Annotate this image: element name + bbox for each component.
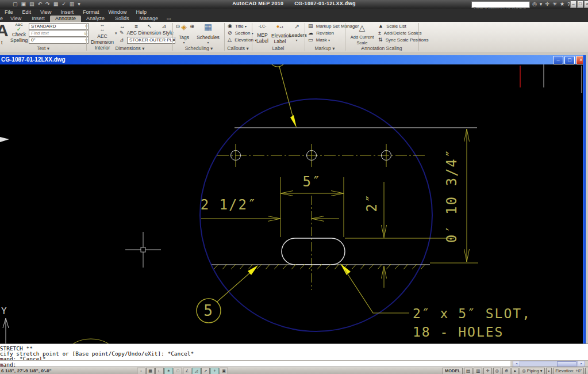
add-delete-scales-button[interactable]: ± Add/Delete Scales <box>378 30 422 36</box>
panel-label: Scheduling <box>185 45 209 51</box>
dim-glyph: ↔ <box>100 26 105 32</box>
dim-angular-icon[interactable]: ⊿ <box>162 23 170 29</box>
sync-scale-positions-button[interactable]: ⇅ Sync Scale Positions <box>378 37 428 43</box>
panel-label-callouts[interactable]: Callouts ▾ <box>224 45 252 52</box>
multiline-text-button[interactable]: A <box>0 22 9 39</box>
lock-icon[interactable]: • <box>546 368 552 374</box>
annotation-visibility-icon[interactable]: ☀ <box>585 368 588 374</box>
restore-button[interactable]: □ <box>577 1 583 8</box>
menu-insert[interactable]: Insert <box>56 9 78 16</box>
panel-label-annotation-scaling[interactable]: Annotation Scaling <box>345 45 418 52</box>
layout2-icon[interactable]: ▥ <box>474 368 482 374</box>
drawing-canvas[interactable]: 5″ 2 1/2″ 2″ <box>0 64 583 344</box>
text-style-combo[interactable]: STANDARD ▾ <box>29 23 89 30</box>
coordinate-display[interactable]: 6 1/8", 27'-9 1/8", 0'-0" <box>1 368 52 373</box>
showmotion-icon[interactable]: ▸ <box>512 368 518 374</box>
grid-toggle[interactable]: ▦ <box>146 368 155 374</box>
ducs-toggle[interactable]: ◿ <box>192 368 201 374</box>
workspace-switcher[interactable]: ◎ Piping ▾ <box>520 368 544 374</box>
chevron-down-icon: ▾ <box>540 368 543 373</box>
chevron-down-icon: ▾ <box>289 38 304 42</box>
search-icon[interactable]: ◎ <box>532 1 537 7</box>
dyn-toggle[interactable]: ↗ <box>201 368 210 374</box>
chevron-down-icon: ▾ <box>194 40 222 44</box>
layout1-icon[interactable]: ▤ <box>464 368 472 374</box>
panel-label-scheduling[interactable]: Scheduling ▾ <box>174 45 224 52</box>
dim-style-combo[interactable]: STOKER OUTER PLATE ▾ <box>127 37 175 44</box>
doc-restore-button[interactable]: □ <box>564 56 575 64</box>
mep-label-button[interactable]: -LC- MEP Label <box>255 23 270 44</box>
steeringwheel-icon[interactable]: ⊕ <box>502 368 510 374</box>
ribbon-minimize-icon[interactable]: ▭ <box>163 16 175 22</box>
tab-annotate[interactable]: Annotate <box>50 16 81 22</box>
check-spelling-label2: Spelling <box>10 37 28 43</box>
dim-leader-icon[interactable]: ↖ <box>147 23 156 29</box>
polar-toggle[interactable]: ✶ <box>164 368 173 374</box>
aec-dimension-flyout-icon[interactable]: ▾ <box>115 31 117 36</box>
tab-analyze[interactable]: Analyze <box>81 16 110 22</box>
qp-toggle[interactable]: ▣ <box>220 368 228 374</box>
dim-linear-icon[interactable]: ↔ <box>120 23 129 29</box>
mask-label: Mask <box>316 37 327 43</box>
leaders-button[interactable]: ↗ Leaders ▾ <box>289 23 304 42</box>
mep-label2: Label <box>255 38 270 44</box>
panel-label-text[interactable]: Text ▾ <box>0 45 86 52</box>
menu-help[interactable]: Help <box>131 9 151 16</box>
callout-section-button[interactable]: ⊘ Section ▾ <box>228 30 253 36</box>
add-delete-scales-label: Add/Delete Scales <box>384 30 422 36</box>
dim-style-icon[interactable]: ⊿ <box>120 37 124 43</box>
search-dropdown-icon[interactable]: ▾ <box>540 1 543 7</box>
chevron-down-icon: ▾ <box>245 25 247 28</box>
text-style-value: STANDARD <box>31 24 56 29</box>
panel-flyout-icon: ▾ <box>142 45 144 51</box>
add-delete-scales-icon: ± <box>378 30 381 36</box>
model-button[interactable]: MODEL <box>443 368 463 374</box>
find-text-field[interactable]: Find text ◎ <box>29 30 89 37</box>
tab-solids[interactable]: Solids <box>110 16 134 22</box>
communication-center-icon[interactable]: ✛ <box>545 1 549 7</box>
command-history[interactable]: STRETCH ** ecify stretch point or [Base … <box>0 344 588 361</box>
doc-minimize-button[interactable]: – <box>553 56 563 64</box>
panel-flyout-icon: ▾ <box>47 45 49 51</box>
ortho-toggle[interactable]: ∟ <box>155 368 164 374</box>
top-leader-line <box>279 67 295 124</box>
menu-window[interactable]: Window <box>103 9 131 16</box>
favorites-icon[interactable]: ★ <box>560 1 564 7</box>
mask-button[interactable]: ▭ Mask ▾ <box>308 37 330 43</box>
note-leader-line <box>345 270 409 313</box>
dim-baseline-icon[interactable]: ≡ <box>134 23 142 29</box>
menu-view[interactable]: View <box>36 9 56 16</box>
zoom-icon[interactable]: ◎ <box>493 368 502 374</box>
scale-list-button[interactable]: ▲ Scale List <box>378 23 406 29</box>
schedules-button[interactable]: ▦ Schedules ▾ <box>194 22 222 44</box>
revision-button[interactable]: ☁ Revision <box>308 30 334 36</box>
tags-button[interactable]: ◈ Tags ▾ <box>176 22 192 44</box>
panel-flyout-icon: ▾ <box>246 45 248 51</box>
osnap-toggle[interactable]: □ <box>174 368 182 374</box>
otrack-toggle[interactable]: ∠ <box>183 368 191 374</box>
pencil-icon: ✎ <box>120 30 124 36</box>
updates-icon[interactable]: ☀ <box>552 1 557 7</box>
balloon-text: 5 <box>203 302 214 319</box>
aec-dimension-icon2: ↔ <box>89 27 116 32</box>
panel-label-markup[interactable]: Markup ▾ <box>305 45 345 52</box>
pan-icon[interactable]: ✛ <box>483 368 491 374</box>
aec-dimension-style-button[interactable]: ✎ AEC Dimension Style <box>120 30 174 36</box>
elevation-display[interactable]: Elevation: +0" <box>553 368 584 374</box>
lwt-toggle[interactable]: + <box>210 368 219 374</box>
tab-manage[interactable]: Manage <box>134 16 163 22</box>
menu-file[interactable]: File <box>0 9 18 16</box>
dim-total-text: 0′ 10 3/4″ <box>444 148 460 243</box>
elevation-label-button[interactable]: ●+1 Elevation Label <box>271 23 289 44</box>
menu-format[interactable]: Format <box>78 9 104 16</box>
minimize-button[interactable]: – <box>570 1 577 8</box>
menu-edit[interactable]: Edit <box>18 9 36 16</box>
callout-title-button[interactable]: ◉ Title ▾ <box>228 23 247 29</box>
panel-label-label[interactable]: Label <box>252 45 305 52</box>
snap-toggle[interactable]: ▫ <box>137 368 145 374</box>
check-spelling-button[interactable]: ABC ✓ Check Spelling <box>10 23 28 43</box>
tab-insert[interactable]: Insert <box>26 16 50 22</box>
text-height-combo[interactable]: 0" ▾ <box>29 37 89 44</box>
close-button[interactable]: × <box>584 1 588 8</box>
panel-label-dimensions[interactable]: Dimensions ▾ <box>87 45 172 52</box>
